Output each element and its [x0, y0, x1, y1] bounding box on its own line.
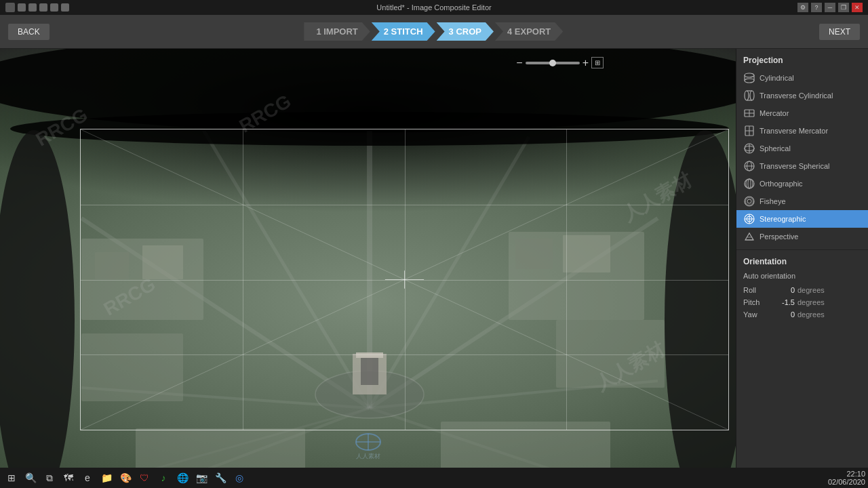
svg-point-35	[745, 73, 754, 77]
taskbar-browser[interactable]: 🌐	[174, 469, 191, 487]
window-controls: ⚙ ? ─ ❐ ✕	[797, 3, 863, 12]
roll-value: 0	[768, 286, 795, 294]
next-button[interactable]: NEXT	[819, 24, 860, 40]
auto-orientation-label: Auto orientation	[736, 270, 868, 284]
spherical-icon	[743, 142, 755, 155]
perspective-label: Perspective	[760, 232, 798, 241]
taskbar-music[interactable]: ♪	[155, 469, 172, 487]
step-stitch-label: 2 STITCH	[384, 26, 423, 37]
stereographic-icon	[743, 213, 755, 225]
transverse-cylindrical-icon	[743, 89, 755, 102]
proj-cylindrical[interactable]: Cylindrical	[736, 69, 868, 87]
taskbar-right: 22:10 02/06/2020	[828, 470, 865, 486]
perspective-icon	[743, 230, 755, 243]
help-btn[interactable]: ?	[811, 3, 822, 12]
orthographic-label: Orthographic	[760, 180, 803, 188]
projection-section: Projection Cylindrical	[736, 49, 868, 249]
minimize-btn[interactable]: ─	[825, 3, 835, 12]
step-export[interactable]: 4 EXPORT	[495, 22, 563, 41]
close-btn[interactable]: ✕	[852, 3, 863, 12]
orientation-section: Orientation Auto orientation Roll 0 degr…	[736, 249, 868, 325]
restore-btn[interactable]: ❐	[838, 3, 849, 12]
yaw-unit: degrees	[797, 310, 825, 319]
svg-point-38	[745, 79, 754, 83]
app-icon	[5, 3, 15, 12]
right-panel: Projection Cylindrical	[736, 49, 868, 468]
proj-stereographic[interactable]: Stereographic	[736, 210, 868, 228]
orient-roll-row: Roll 0 degrees	[736, 284, 868, 296]
zoom-bar: − + ⊞	[516, 57, 604, 68]
zoom-handle[interactable]	[549, 60, 556, 66]
transverse-spherical-icon	[743, 160, 755, 172]
svg-point-60	[746, 198, 753, 205]
step-stitch[interactable]: 2 STITCH	[372, 22, 435, 41]
cylindrical-label: Cylindrical	[760, 74, 794, 82]
orient-pitch-row: Pitch -1.5 degrees	[736, 296, 868, 308]
spherical-label: Spherical	[760, 144, 791, 152]
zoom-slider[interactable]	[526, 62, 580, 64]
taskbar-photos[interactable]: 🎨	[117, 469, 134, 487]
zoom-out-button[interactable]: −	[516, 58, 522, 68]
toolbar: BACK 1 IMPORT 2 STITCH 3 CROP 4 EXPORT N…	[0, 15, 868, 49]
svg-point-59	[747, 199, 751, 203]
fisheye-icon	[743, 195, 755, 207]
taskbar-search[interactable]: 🔍	[22, 469, 39, 487]
step-crop-label: 3 CROP	[449, 26, 481, 37]
fit-button[interactable]: ⊞	[591, 57, 604, 68]
svg-point-58	[745, 197, 754, 206]
transverse-spherical-label: Transverse Spherical	[760, 162, 830, 170]
svg-point-57	[748, 179, 751, 188]
fisheye-label: Fisheye	[760, 197, 786, 205]
yaw-value: 0	[768, 310, 795, 319]
proj-mercator[interactable]: Mercator	[736, 104, 868, 122]
proj-transverse-cylindrical[interactable]: Transverse Cylindrical	[736, 87, 868, 104]
step-import[interactable]: 1 IMPORT	[304, 22, 370, 41]
window-title: Untitled* - Image Composite Editor	[376, 3, 491, 12]
time: 22:10	[828, 470, 865, 478]
toolbar-icon1	[18, 3, 26, 12]
taskbar-photos2[interactable]: 📷	[193, 469, 210, 487]
step-crop[interactable]: 3 CROP	[437, 22, 494, 41]
pitch-value: -1.5	[768, 298, 795, 306]
svg-point-39	[745, 91, 749, 100]
taskbar-task-view[interactable]: ⧉	[41, 469, 58, 487]
toolbar-icon3	[39, 3, 47, 12]
back-button[interactable]: BACK	[8, 24, 50, 40]
svg-point-56	[746, 179, 753, 188]
transverse-mercator-label: Transverse Mercator	[760, 127, 828, 135]
toolbar-icon5	[61, 3, 69, 12]
taskbar-ie[interactable]: e	[79, 469, 96, 487]
pitch-unit: degrees	[797, 298, 825, 306]
taskbar-start[interactable]: ⊞	[3, 469, 20, 487]
cylindrical-icon	[743, 72, 755, 84]
step-export-label: 4 EXPORT	[507, 26, 551, 37]
transverse-mercator-icon	[743, 125, 755, 137]
svg-point-42	[750, 91, 754, 100]
roll-unit: degrees	[797, 286, 825, 294]
taskbar-app1[interactable]: 🔧	[212, 469, 229, 487]
transverse-cylindrical-label: Transverse Cylindrical	[760, 92, 833, 100]
date: 02/06/2020	[828, 478, 865, 486]
taskbar-file[interactable]: 📁	[98, 469, 115, 487]
title-bar: Untitled* - Image Composite Editor ⚙ ? ─…	[0, 0, 868, 15]
toolbar-icon2	[28, 3, 37, 12]
taskbar-shield[interactable]: 🛡	[136, 469, 153, 487]
proj-spherical[interactable]: Spherical	[736, 140, 868, 157]
toolbar-icon4	[50, 3, 58, 12]
proj-orthographic[interactable]: Orthographic	[736, 175, 868, 192]
zoom-in-button[interactable]: +	[583, 58, 589, 68]
taskbar-maps[interactable]: 🗺	[60, 469, 77, 487]
settings-btn[interactable]: ⚙	[797, 3, 808, 12]
projection-title: Projection	[736, 53, 868, 69]
main-area: RRCG 人人素材 RRCG 人人素材 RRCG − + ⊞	[0, 49, 868, 468]
taskbar-app2[interactable]: ◎	[231, 469, 248, 487]
proj-transverse-spherical[interactable]: Transverse Spherical	[736, 157, 868, 175]
roll-label: Roll	[743, 286, 765, 294]
proj-perspective[interactable]: Perspective	[736, 228, 868, 245]
orient-yaw-row: Yaw 0 degrees	[736, 308, 868, 321]
canvas-area[interactable]: RRCG 人人素材 RRCG 人人素材 RRCG − + ⊞	[0, 49, 736, 468]
mercator-label: Mercator	[760, 109, 789, 117]
proj-transverse-mercator[interactable]: Transverse Mercator	[736, 122, 868, 140]
proj-fisheye[interactable]: Fisheye	[736, 192, 868, 210]
step-import-label: 1 IMPORT	[316, 26, 357, 37]
